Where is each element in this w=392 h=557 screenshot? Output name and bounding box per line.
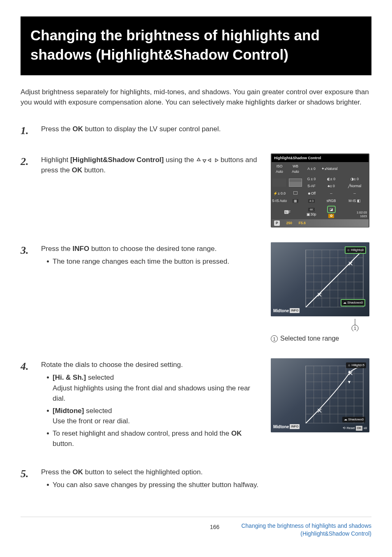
- arrow-pad-glyph: [196, 158, 219, 163]
- step-1: 1. Press the OK button to display the LV…: [21, 123, 371, 139]
- lv-natural: ✦₃Natural: [320, 165, 366, 172]
- step-1-number: 1.: [21, 125, 29, 137]
- step-4-bullet-1: [Hi. & Sh.] selected Adjust highlights u…: [47, 372, 264, 404]
- step-4-b2-body: Use the front or rear dial.: [53, 417, 130, 425]
- step-3-text-a: Press the: [41, 245, 73, 253]
- tone-curve-panel-a: ☼Hilight±0 ☁Shadow±0 Midtone INFO: [271, 242, 369, 316]
- lv-flash-meter: [272, 178, 287, 188]
- lv-saturation: ♣± 0: [320, 183, 343, 190]
- midtone-label: Midtone INFO: [273, 424, 300, 430]
- lv-aspect: 4:3: [304, 197, 319, 204]
- lv-normal: ╱Normal: [343, 183, 366, 190]
- svg-text:1: 1: [354, 326, 356, 331]
- page-title: Changing the brightness of highlights an…: [21, 16, 371, 75]
- step-4-b1-label: [Hi. & Sh.]: [53, 374, 86, 381]
- lv-srgb: sRGB: [320, 197, 343, 204]
- step-4-number: 4.: [21, 360, 29, 372]
- step-5-text-a: Press the: [41, 468, 73, 476]
- step-3-info: INFO: [73, 245, 90, 253]
- lv-panel-header: Highlight&Shadow Control: [272, 154, 369, 162]
- step-5: 5. Press the OK button to select the hig…: [21, 466, 371, 492]
- step-3: 3. Press the INFO button to choose the d…: [21, 242, 371, 343]
- step-3-text: Press the INFO button to choose the desi…: [41, 244, 264, 254]
- info-badge: INFO: [290, 308, 300, 313]
- caret-up-icon: ▲: [347, 368, 351, 374]
- step-3-bullet-1: The tone range changes each time the but…: [47, 256, 264, 267]
- lv-selected-item: ◪✿: [320, 205, 343, 220]
- lv-aperture: F5.6: [299, 220, 306, 226]
- lv-dash1: --: [320, 190, 343, 197]
- lv-sharpness: ◑± 0: [343, 176, 366, 183]
- info-badge: INFO: [290, 424, 300, 429]
- step-2-number: 2.: [21, 155, 29, 167]
- lv-flash-comp: ⚡± 0.0: [272, 190, 287, 197]
- lv-super-control-panel: Highlight&Shadow Control ISOAuto WBAuto …: [271, 153, 369, 227]
- lv-mode-p: P: [274, 220, 280, 226]
- lv-contrast: ◐± 0: [320, 176, 343, 183]
- step-1-text: Press the OK button to display the LV su…: [41, 124, 371, 135]
- midtone-label: Midtone INFO: [273, 308, 300, 314]
- step-4-b1-sel: selected: [86, 374, 114, 381]
- callout-line: 1: [271, 319, 369, 331]
- lv-wb: WBAuto: [288, 163, 303, 175]
- lv-face-off: ☻Off: [304, 190, 319, 197]
- step-2-text-a: Highlight: [41, 156, 70, 164]
- page-number: 166: [210, 523, 219, 531]
- lv-drive: [288, 190, 303, 197]
- step-3-caption: 1 Selected tone range: [271, 334, 369, 343]
- highlight-badge: ☼Hilight+5: [346, 362, 366, 368]
- lv-af-area: ▦: [288, 197, 303, 204]
- svg-line-13: [306, 250, 363, 307]
- step-5-text: Press the OK button to select the highli…: [41, 467, 371, 478]
- lv-g-comp: G ± 0: [304, 176, 319, 183]
- step-1-text-c: button to display the LV super control p…: [83, 125, 221, 133]
- lv-movie: 4K▣30p: [304, 206, 319, 218]
- step-5-bullet-1: You can also save changes by pressing th…: [47, 480, 371, 490]
- step-1-ok: OK: [73, 125, 83, 133]
- intro-paragraph: Adjust brightness separately for highlig…: [21, 87, 371, 108]
- caption-number: 1: [271, 335, 278, 342]
- step-4-b1-body: Adjust highlights using the front dial a…: [53, 384, 250, 403]
- step-5-ok: OK: [73, 468, 83, 476]
- lv-time-frames: 1:02:03 1023: [357, 211, 367, 218]
- shadow-badge: ☁Shadow±0: [342, 417, 365, 422]
- shadow-badge: ☁Shadow±0: [341, 299, 365, 306]
- gear-icon: ✿: [328, 214, 334, 218]
- caret-down-icon: ▼: [347, 379, 351, 385]
- lv-s-is: S-IS Auto: [272, 197, 287, 204]
- step-2-text-c: using the: [164, 156, 196, 164]
- step-2-ok: OK: [72, 166, 83, 174]
- lv-m-is: M-IS ◧: [343, 197, 366, 204]
- lv-histogram: [288, 177, 303, 188]
- step-4-bullet-2: [Midtone] selected Use the front or rear…: [47, 406, 264, 427]
- step-4-b2-label: [Midtone]: [53, 407, 84, 415]
- step-4-bullet-3: To reset highlight and shadow control, p…: [47, 428, 264, 449]
- lv-s-af: S-AF: [304, 183, 319, 190]
- reset-ok-hint: ⟲Reset OK±0: [343, 426, 367, 430]
- step-2-text: Highlight [Highlight&Shadow Control] usi…: [41, 155, 264, 176]
- highlight-badge: ☼Hilight±0: [345, 246, 366, 254]
- step-2-label: [Highlight&Shadow Control]: [70, 156, 164, 164]
- lv-dash2: --: [343, 190, 366, 197]
- step-3-text-c: button to choose the desired tone range.: [89, 245, 217, 253]
- step-4: 4. Rotate the dials to choose the desire…: [21, 358, 371, 451]
- footer-link[interactable]: Changing the brightness of highlights an…: [236, 522, 371, 538]
- lv-a-comp: A ± 0: [304, 165, 319, 172]
- step-4-text: Rotate the dials to choose the desired s…: [41, 360, 264, 370]
- step-5-text-c: button to select the highlighted option.: [83, 468, 203, 476]
- step-1-text-a: Press the: [41, 125, 73, 133]
- step-4-b3-c: button.: [53, 440, 74, 448]
- lv-iso: ISOAuto: [272, 163, 287, 175]
- page-footer: 166 Changing the brightness of highlight…: [21, 517, 371, 538]
- step-5-number: 5.: [21, 468, 29, 480]
- step-4-b2-sel: selected: [84, 407, 112, 415]
- lv-lf: LF: [272, 209, 303, 216]
- step-2: 2. Highlight [Highlight&Shadow Control] …: [21, 153, 371, 227]
- tone-curve-panel-b: ▲ ▼ ☼Hilight+5 ☁Shadow±0 Midtone INFO ⟲R…: [271, 358, 369, 432]
- step-3-number: 3.: [21, 244, 29, 256]
- lv-shutter: 250: [286, 220, 292, 226]
- step-4-b3-ok: OK: [231, 429, 242, 437]
- step-4-b3-a: To reset highlight and shadow control, p…: [53, 429, 231, 437]
- caption-text: Selected tone range: [280, 334, 339, 343]
- step-2-text-f: button.: [82, 166, 106, 174]
